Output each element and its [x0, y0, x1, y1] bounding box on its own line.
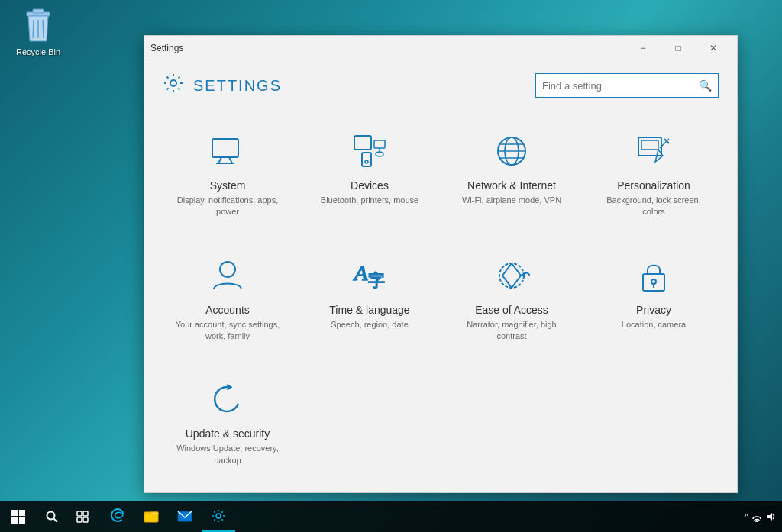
settings-item-accounts[interactable]: Accounts Your account, sync settings, wo… [157, 238, 299, 363]
devices-name: Devices [351, 179, 389, 192]
taskbar-app-mail[interactable] [168, 501, 202, 532]
gear-icon [163, 73, 184, 98]
search-box[interactable]: 🔍 [535, 73, 719, 98]
svg-rect-34 [11, 510, 18, 516]
system-desc: Display, notifications, apps, power [169, 195, 286, 218]
volume-tray-icon [765, 511, 776, 522]
svg-rect-43 [83, 517, 88, 522]
privacy-icon [635, 256, 672, 295]
svg-marker-48 [767, 513, 772, 521]
svg-rect-1 [33, 9, 44, 13]
accounts-desc: Your account, sync settings, work, famil… [169, 319, 286, 343]
privacy-desc: Location, camera [622, 319, 686, 330]
settings-item-personalization[interactable]: Personalization Background, lock screen,… [583, 114, 725, 238]
minimize-button[interactable]: − [625, 36, 661, 60]
title-bar: Settings − □ ✕ [144, 36, 737, 60]
network-name: Network & Internet [467, 179, 556, 192]
personalization-icon [635, 132, 672, 170]
taskbar-app-explorer[interactable] [134, 501, 168, 532]
time-name: Time & language [329, 304, 409, 316]
svg-rect-41 [83, 511, 88, 516]
chevron-up-icon[interactable]: ^ [745, 513, 748, 521]
taskbar-app-settings[interactable] [202, 501, 235, 532]
svg-line-7 [218, 157, 221, 163]
system-icon [209, 132, 246, 170]
taskbar-tray: ^ [745, 511, 782, 522]
svg-line-30 [527, 272, 530, 276]
personalization-desc: Background, lock screen, colors [595, 195, 713, 218]
settings-item-privacy[interactable]: Privacy Location, camera [583, 238, 725, 363]
settings-item-update[interactable]: Update & security Windows Update, recove… [157, 362, 299, 486]
recycle-bin-graphic [20, 8, 57, 44]
ease-icon [493, 256, 530, 295]
svg-rect-36 [11, 517, 18, 524]
update-desc: Windows Update, recovery, backup [169, 443, 286, 466]
time-desc: Speech, region, date [331, 319, 409, 330]
search-input[interactable] [542, 80, 699, 92]
search-icon: 🔍 [699, 79, 712, 92]
settings-header: SETTINGS 🔍 [144, 60, 737, 108]
svg-rect-35 [19, 510, 25, 516]
system-name: System [210, 179, 246, 192]
taskbar-apps [98, 501, 745, 532]
update-icon [209, 380, 246, 418]
taskbar-search-button[interactable] [37, 501, 67, 532]
settings-item-devices[interactable]: Devices Bluetooth, printers, mouse [299, 114, 441, 238]
svg-rect-22 [641, 140, 658, 150]
title-bar-text: Settings [150, 43, 625, 53]
devices-desc: Bluetooth, printers, mouse [321, 195, 418, 206]
recycle-bin-icon[interactable]: Recycle Bin [11, 8, 65, 57]
privacy-name: Privacy [636, 304, 671, 316]
close-button[interactable]: ✕ [696, 36, 731, 60]
svg-line-8 [229, 157, 232, 163]
update-name: Update & security [186, 427, 270, 440]
svg-rect-40 [77, 511, 82, 516]
svg-text:A: A [353, 261, 368, 285]
svg-rect-11 [362, 153, 371, 166]
network-tray-icon [751, 511, 762, 522]
settings-item-network[interactable]: Network & Internet Wi-Fi, airplane mode,… [441, 114, 583, 238]
time-icon: A 字 [351, 256, 388, 295]
svg-rect-6 [212, 139, 238, 157]
svg-rect-42 [77, 517, 82, 522]
maximize-button[interactable]: □ [661, 36, 696, 60]
accounts-icon [209, 256, 246, 295]
ease-desc: Narrator, magnifier, high contrast [453, 319, 570, 343]
svg-line-2 [33, 20, 34, 38]
svg-point-25 [220, 262, 235, 277]
svg-line-39 [54, 519, 58, 523]
svg-point-32 [651, 279, 656, 284]
settings-item-time[interactable]: A 字 Time & language Speech, region, date [299, 238, 441, 363]
recycle-bin-label: Recycle Bin [11, 47, 65, 57]
devices-icon [351, 132, 388, 170]
settings-item-system[interactable]: System Display, notifications, apps, pow… [157, 114, 299, 238]
title-bar-controls: − □ ✕ [625, 36, 731, 60]
svg-rect-10 [354, 136, 371, 150]
svg-text:字: 字 [368, 271, 385, 290]
taskbar-app-edge[interactable] [101, 501, 134, 532]
svg-line-4 [43, 20, 44, 38]
settings-title: SETTINGS [193, 77, 535, 95]
svg-point-12 [365, 160, 368, 163]
svg-rect-37 [19, 517, 25, 524]
svg-point-5 [170, 80, 176, 86]
taskbar-task-view-button[interactable] [67, 501, 98, 532]
accounts-name: Accounts [205, 304, 250, 316]
ease-name: Ease of Access [475, 304, 548, 316]
network-desc: Wi-Fi, airplane mode, VPN [462, 195, 561, 206]
svg-point-46 [216, 514, 221, 518]
svg-rect-31 [643, 274, 664, 291]
personalization-name: Personalization [617, 179, 690, 192]
start-button[interactable] [0, 501, 37, 532]
settings-grid: System Display, notifications, apps, pow… [144, 108, 737, 492]
svg-point-38 [47, 512, 55, 520]
taskbar: ^ [0, 501, 782, 532]
settings-window: Settings − □ ✕ SETTINGS 🔍 [144, 35, 738, 493]
network-icon [493, 132, 530, 170]
svg-rect-13 [374, 140, 385, 148]
svg-point-47 [756, 521, 758, 522]
settings-item-ease[interactable]: Ease of Access Narrator, magnifier, high… [441, 238, 583, 363]
